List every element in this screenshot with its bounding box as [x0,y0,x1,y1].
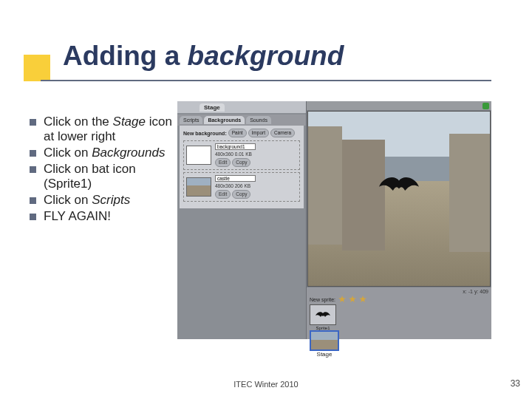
background-item[interactable]: 480x360 0.01 KB Edit Copy [183,140,300,170]
title-underline [41,80,491,81]
bullet-list: Click on the Stage icon at lower right C… [30,115,174,225]
title-em: background [188,41,344,71]
paint-sprite-icon[interactable] [338,296,346,303]
bullet-marker [30,119,36,126]
backgrounds-pane: New background: Paint Import Camera 480x… [180,126,304,208]
right-panel: x: -1 y: 409 New sprite: Spr [307,101,491,339]
random-sprite-icon[interactable] [359,296,366,303]
copy-button[interactable]: Copy [232,158,250,167]
accent-square [24,55,50,81]
camera-button[interactable]: Camera [270,129,295,137]
choose-sprite-icon[interactable] [349,296,356,303]
bullet-marker [30,150,36,157]
tab-scripts[interactable]: Scripts [180,116,202,124]
new-sprite-label: New sprite: [310,297,335,302]
middle-panel: Stage Scripts Backgrounds Sounds New bac… [177,101,307,339]
scratch-screenshot: Stage Scripts Backgrounds Sounds New bac… [177,101,491,339]
bullet-item: FLY AGAIN! [30,209,174,224]
tab-sounds[interactable]: Sounds [246,116,271,124]
stage-topbar [307,101,491,110]
below-stage: x: -1 y: 409 New sprite: Spr [307,287,491,339]
stage-area[interactable] [307,111,491,287]
background-thumb [186,177,211,197]
paint-button[interactable]: Paint [228,129,247,137]
sprite1-thumb [310,304,336,325]
bullet-marker [30,166,36,173]
stage-label: Stage [200,103,225,112]
bullet-item: Click on bat icon (Sprite1) [30,162,174,191]
green-flag-icon[interactable] [482,103,489,109]
edit-button[interactable]: Edit [215,158,231,167]
bullet-text: Click on bat icon (Sprite1) [44,162,174,191]
stage-thumb-label: Stage [310,351,339,358]
xy-readout: x: -1 y: 409 [310,289,488,294]
bullet-text: FLY AGAIN! [44,209,111,224]
footer-text: ITEC Winter 2010 [0,380,532,389]
stage-icon[interactable]: Stage [310,330,339,358]
bullet-item: Click on the Stage icon at lower right [30,115,174,144]
new-sprite-tools: New sprite: [310,296,366,303]
background-item[interactable]: 480x360 206 KB Edit Copy [183,172,300,202]
background-meta: 480x360 206 KB [215,183,256,188]
slide-title: Adding a background [63,41,344,72]
bullet-text: Click on Scripts [44,193,130,208]
background-name-input[interactable] [215,175,256,182]
import-button[interactable]: Import [248,129,269,137]
bullet-text: Click on Backgrounds [44,146,165,160]
background-meta: 480x360 0.01 KB [215,151,256,157]
edit-button[interactable]: Edit [215,190,231,199]
copy-button[interactable]: Copy [232,190,250,199]
bat-icon [316,310,330,319]
background-info: 480x360 206 KB Edit Copy [215,175,256,199]
bullet-item: Click on Scripts [30,193,174,208]
bullet-text: Click on the Stage icon at lower right [44,115,174,144]
tab-backgrounds[interactable]: Backgrounds [204,116,245,124]
title-plain: Adding a [63,41,188,71]
background-thumb [186,146,211,165]
slide-number: 33 [511,378,520,389]
bat-sprite[interactable] [379,174,419,195]
selection-header: Stage [177,101,306,113]
sprite-cell[interactable]: Sprite1 [310,304,336,330]
bat-icon [379,174,419,195]
background-name-input[interactable] [215,143,256,150]
new-background-label: New background: [183,131,227,136]
stage-thumb [310,330,339,351]
tabs-row: Scripts Backgrounds Sounds [177,115,306,126]
bullet-item: Click on Backgrounds [30,146,174,160]
bullet-marker [30,197,36,204]
bullet-marker [30,214,36,220]
background-info: 480x360 0.01 KB Edit Copy [215,143,256,167]
castle-shape [308,126,342,245]
new-background-row: New background: Paint Import Camera [183,129,300,137]
castle-shape [449,134,490,252]
